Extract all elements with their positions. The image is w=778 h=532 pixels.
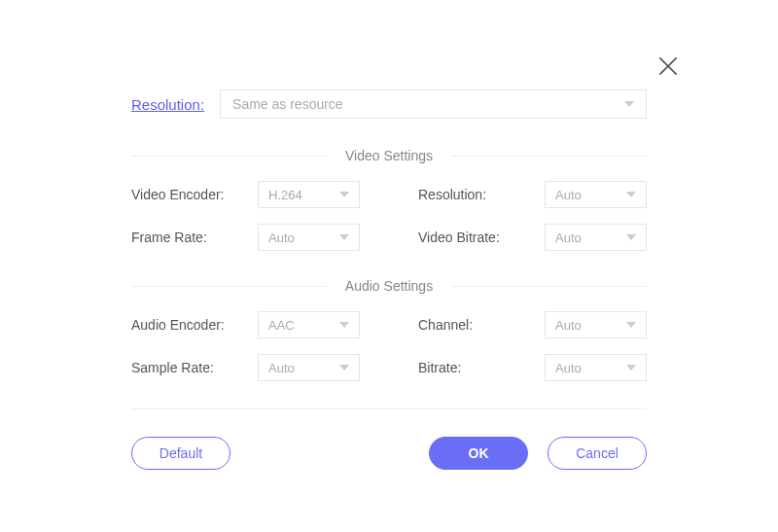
channel-value: Auto: [555, 318, 582, 333]
cancel-button[interactable]: Cancel: [548, 437, 647, 470]
close-button[interactable]: [655, 53, 681, 83]
divider: [131, 408, 647, 409]
settings-dialog: Resolution: Same as resource Video Setti…: [0, 0, 778, 532]
button-row: Default OK Cancel: [131, 437, 647, 470]
audio-settings-heading: Audio Settings: [131, 278, 647, 294]
audio-encoder-field: Audio Encoder: AAC: [131, 311, 360, 338]
frame-rate-label: Frame Rate:: [131, 230, 207, 245]
close-icon: [655, 65, 681, 82]
chevron-down-icon: [339, 365, 349, 371]
sample-rate-select[interactable]: Auto: [258, 354, 360, 381]
video-resolution-value: Auto: [555, 188, 582, 202]
chevron-down-icon: [339, 234, 349, 240]
video-settings-heading: Video Settings: [131, 148, 647, 163]
resolution-link[interactable]: Resolution:: [131, 96, 204, 113]
audio-bitrate-select[interactable]: Auto: [545, 354, 647, 381]
video-bitrate-label: Video Bitrate:: [418, 230, 500, 245]
video-bitrate-value: Auto: [555, 231, 582, 245]
audio-encoder-label: Audio Encoder:: [131, 317, 225, 333]
chevron-down-icon: [339, 192, 349, 197]
audio-settings-grid: Audio Encoder: AAC Channel: Auto Sample …: [131, 311, 647, 381]
video-encoder-label: Video Encoder:: [131, 187, 224, 202]
audio-encoder-select[interactable]: AAC: [258, 311, 360, 338]
video-encoder-select[interactable]: H.264: [258, 181, 360, 208]
video-encoder-value: H.264: [268, 188, 302, 202]
video-resolution-select[interactable]: Auto: [545, 181, 647, 208]
dialog-content: Resolution: Same as resource Video Setti…: [131, 89, 647, 470]
channel-field: Channel: Auto: [418, 311, 647, 338]
sample-rate-field: Sample Rate: Auto: [131, 354, 360, 381]
audio-bitrate-label: Bitrate:: [418, 360, 461, 375]
chevron-down-icon: [626, 365, 636, 371]
chevron-down-icon: [624, 101, 634, 107]
chevron-down-icon: [626, 234, 636, 240]
video-resolution-field: Resolution: Auto: [418, 181, 647, 208]
video-resolution-label: Resolution:: [418, 187, 486, 202]
chevron-down-icon: [339, 322, 349, 328]
video-encoder-field: Video Encoder: H.264: [131, 181, 360, 208]
audio-encoder-value: AAC: [268, 318, 295, 333]
default-button[interactable]: Default: [131, 437, 230, 470]
channel-label: Channel:: [418, 317, 473, 333]
frame-rate-value: Auto: [268, 231, 295, 245]
video-bitrate-select[interactable]: Auto: [545, 224, 647, 251]
chevron-down-icon: [626, 322, 636, 328]
resolution-main-select[interactable]: Same as resource: [220, 89, 647, 119]
video-bitrate-field: Video Bitrate: Auto: [418, 224, 647, 251]
audio-bitrate-field: Bitrate: Auto: [418, 354, 647, 381]
resolution-main-value: Same as resource: [232, 96, 343, 112]
sample-rate-label: Sample Rate:: [131, 360, 214, 375]
frame-rate-select[interactable]: Auto: [258, 224, 360, 251]
ok-button[interactable]: OK: [429, 437, 528, 470]
frame-rate-field: Frame Rate: Auto: [131, 224, 360, 251]
sample-rate-value: Auto: [268, 361, 295, 375]
channel-select[interactable]: Auto: [545, 311, 647, 338]
video-settings-grid: Video Encoder: H.264 Resolution: Auto Fr…: [131, 181, 647, 251]
top-resolution-row: Resolution: Same as resource: [131, 89, 647, 119]
chevron-down-icon: [626, 192, 636, 197]
audio-bitrate-value: Auto: [555, 361, 582, 375]
